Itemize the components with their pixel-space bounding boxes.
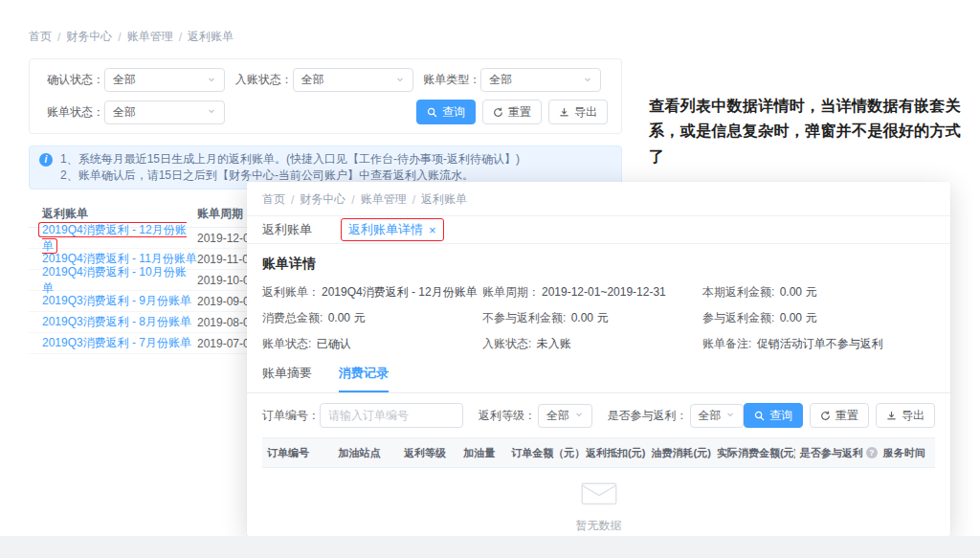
empty-envelope-icon bbox=[578, 478, 620, 512]
filter-row-2: 账单状态： 全部 查询 重置 bbox=[43, 100, 608, 124]
close-tab-icon[interactable]: × bbox=[429, 224, 436, 236]
column-fuel-volume: 加油量 bbox=[458, 446, 506, 460]
tab-consumption-records[interactable]: 消费记录 bbox=[339, 365, 389, 392]
filter-bill-status: 账单状态： 全部 bbox=[43, 100, 233, 124]
field-value: 促销活动订单不参与返利 bbox=[757, 337, 883, 350]
export-button[interactable]: 导出 bbox=[876, 403, 935, 428]
column-station: 加油站点 bbox=[334, 446, 399, 460]
bill-cell: 2019Q3消费返利 - 8月份账单 bbox=[42, 314, 197, 330]
annotation-text: 查看列表中数据详情时，当详情数据有嵌套关系，或是信息复杂时，弹窗并不是很好的方式… bbox=[649, 94, 974, 169]
search-icon bbox=[754, 411, 765, 421]
breadcrumb-bill-management[interactable]: 账单管理 bbox=[127, 29, 173, 45]
field-total-consumption: 消费总金额: 0.00 元 bbox=[262, 310, 482, 325]
info-icon: i bbox=[39, 153, 53, 167]
breadcrumb-rebate-bill: 返利账单 bbox=[421, 191, 467, 208]
bill-status-select[interactable]: 全部 bbox=[104, 100, 225, 124]
bill-link[interactable]: 2019Q3消费返利 - 8月份账单 bbox=[42, 315, 191, 328]
column-order-no: 订单编号 bbox=[262, 446, 334, 460]
bill-type-select[interactable]: 全部 bbox=[480, 68, 601, 92]
breadcrumb-home[interactable]: 首页 bbox=[29, 29, 52, 45]
bill-fields: 返利账单：2019Q4消费返利 - 12月份账单 账单周期：2019-12-01… bbox=[262, 284, 935, 351]
filter-label: 账单类型： bbox=[419, 72, 480, 88]
alert-line-1: 1、系统每月最近15日生成上月的返利账单。(快捷入口见【工作台-待办事项-返利待… bbox=[60, 151, 520, 167]
reset-button-label: 重置 bbox=[508, 104, 531, 121]
search-button[interactable]: 查询 bbox=[416, 100, 476, 124]
bill-link[interactable]: 2019Q4消费返利 - 10月份账单 bbox=[42, 265, 187, 295]
bill-cell: 2019Q4消费返利 - 10月份账单 bbox=[42, 264, 197, 297]
field-label: 入账状态: bbox=[482, 337, 531, 350]
search-icon bbox=[427, 107, 437, 118]
field-non-participating-amount: 不参与返利金额: 0.00 元 bbox=[482, 310, 702, 325]
search-button[interactable]: 查询 bbox=[744, 403, 803, 428]
field-value: 未入账 bbox=[537, 337, 571, 350]
reset-button[interactable]: 重置 bbox=[482, 100, 542, 124]
chevron-down-icon bbox=[207, 74, 216, 87]
order-no-label: 订单编号： bbox=[262, 408, 320, 424]
column-participate-rebate: 是否参与返利 ? bbox=[795, 446, 879, 460]
bill-link[interactable]: 2019Q3消费返利 - 7月份账单 bbox=[42, 336, 191, 349]
field-label: 消费总金额: bbox=[262, 311, 323, 324]
confirm-status-select[interactable]: 全部 bbox=[104, 68, 225, 92]
column-actual-amount: 实际消费金额(元) bbox=[712, 446, 795, 460]
rebate-level-select[interactable]: 全部 bbox=[538, 404, 592, 428]
field-label: 账单备注: bbox=[702, 337, 751, 350]
field-current-rebate: 本期返利金额: 0.00 元 bbox=[702, 284, 935, 300]
page-tab-bar: 返利账单 返利账单详情 × bbox=[247, 215, 950, 244]
bill-cell: 2019Q3消费返利 - 9月份账单 bbox=[42, 293, 197, 309]
participate-rebate-label: 是否参与返利： bbox=[608, 408, 688, 424]
filter-bill-type: 账单类型： 全部 bbox=[419, 68, 608, 92]
breadcrumb-bill-management[interactable]: 账单管理 bbox=[361, 191, 407, 208]
question-circle-icon[interactable]: ? bbox=[866, 447, 878, 458]
field-bill-period: 账单周期：2019-12-01~2019-12-31 bbox=[482, 284, 702, 300]
section-title: 账单详情 bbox=[262, 256, 935, 273]
detail-inner-tabs: 账单摘要 消费记录 bbox=[247, 353, 950, 393]
field-label: 账单状态: bbox=[262, 337, 311, 350]
order-no-input[interactable] bbox=[320, 403, 463, 428]
column-fuel-cost: 油费消耗(元) bbox=[647, 446, 712, 460]
filter-row-1: 确认状态： 全部 入账状态： 全部 账单类型： 全部 bbox=[43, 68, 608, 92]
bill-detail-section: 账单详情 返利账单：2019Q4消费返利 - 12月份账单 账单周期：2019-… bbox=[247, 244, 950, 351]
bill-link[interactable]: 2019Q4消费返利 - 12月份账单 bbox=[42, 223, 187, 253]
select-value: 全部 bbox=[301, 72, 324, 88]
tab-rebate-bill-detail[interactable]: 返利账单详情 × bbox=[341, 218, 444, 241]
bill-cell: 2019Q3消费返利 - 7月份账单 bbox=[42, 335, 197, 351]
list-filter-card: 确认状态： 全部 入账状态： 全部 账单类型： 全部 bbox=[29, 58, 622, 134]
column-order-amount: 订单金额（元） bbox=[506, 446, 581, 460]
column-rebate-deduction: 返利抵扣(元) bbox=[581, 446, 646, 460]
list-action-buttons: 查询 重置 导出 bbox=[416, 100, 608, 124]
field-label: 不参与返利金额: bbox=[482, 311, 566, 324]
chevron-down-icon bbox=[574, 409, 584, 422]
export-button-label: 导出 bbox=[902, 408, 924, 424]
breadcrumb-home[interactable]: 首页 bbox=[262, 191, 285, 208]
breadcrumb: 首页 / 财务中心 / 账单管理 / 返利账单 bbox=[29, 29, 622, 45]
reset-button[interactable]: 重置 bbox=[810, 403, 869, 428]
field-rebate-bill: 返利账单：2019Q4消费返利 - 12月份账单 bbox=[262, 284, 482, 300]
filter-label: 确认状态： bbox=[43, 72, 104, 88]
breadcrumb-finance-center[interactable]: 财务中心 bbox=[300, 191, 345, 208]
empty-state: 暂无数据 bbox=[262, 468, 935, 536]
field-value: 0.00 元 bbox=[780, 285, 817, 299]
export-button[interactable]: 导出 bbox=[548, 100, 608, 124]
breadcrumb-finance-center[interactable]: 财务中心 bbox=[66, 29, 112, 45]
participate-rebate-select[interactable]: 全部 bbox=[690, 404, 745, 428]
column-rebate-level: 返利等级 bbox=[399, 446, 458, 460]
refresh-icon bbox=[493, 107, 503, 118]
bottom-strip bbox=[0, 536, 980, 558]
breadcrumb-separator: / bbox=[179, 31, 182, 44]
entry-status-select[interactable]: 全部 bbox=[293, 68, 413, 92]
chevron-down-icon bbox=[583, 74, 592, 87]
select-value: 全部 bbox=[546, 408, 569, 424]
records-header-row: 订单编号 加油站点 返利等级 加油量 订单金额（元） 返利抵扣(元) 油费消耗(… bbox=[262, 437, 935, 468]
search-button-label: 查询 bbox=[442, 104, 465, 121]
breadcrumb-separator: / bbox=[412, 193, 415, 207]
tab-bill-summary[interactable]: 账单摘要 bbox=[262, 365, 312, 392]
column-label: 是否参与返利 bbox=[800, 446, 863, 460]
field-label: 本期返利金额: bbox=[702, 285, 774, 299]
bill-link[interactable]: 2019Q3消费返利 - 9月份账单 bbox=[42, 294, 191, 307]
highlight-box: 2019Q4消费返利 - 12月份账单 bbox=[38, 222, 187, 254]
rebate-bill-detail-panel: 首页 / 财务中心 / 账单管理 / 返利账单 返利账单 返利账单详情 × 账单… bbox=[247, 182, 950, 536]
tab-rebate-bill[interactable]: 返利账单 bbox=[262, 221, 312, 238]
chevron-down-icon bbox=[725, 409, 735, 422]
filter-label: 入账状态： bbox=[232, 72, 293, 88]
alert-text: 1、系统每月最近15日生成上月的返利账单。(快捷入口见【工作台-待办事项-返利待… bbox=[60, 151, 520, 184]
